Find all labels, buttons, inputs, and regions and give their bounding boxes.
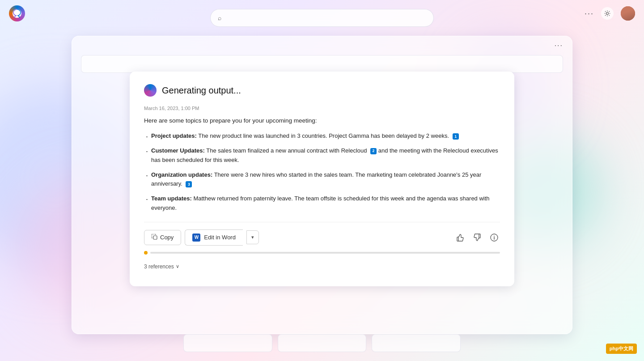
svg-point-1 [606,13,609,15]
suggestion-pill-2[interactable] [278,334,367,352]
copilot-logo-icon [9,5,25,21]
avatar[interactable] [621,6,635,21]
avatar-face [621,6,635,21]
bullet-label-2: Customer Updates: [151,147,205,154]
top-bar-right: ··· [585,6,635,21]
edit-word-dropdown-button[interactable]: ▾ [246,230,259,244]
reference-badge-1[interactable]: 1 [453,133,459,140]
copy-button[interactable]: Copy [144,230,181,245]
copilot-logo-card-icon [144,84,157,97]
content-card: Generating output... March 16, 2023, 1:0… [130,72,514,286]
bullet-text-2a: The sales team finalized a new annual co… [206,147,367,154]
copy-label: Copy [160,234,174,241]
progress-track [150,252,500,254]
intro-text: Here are some topics to prepare you for … [144,116,500,125]
bullet-text-4: Matthew returned from paternity leave. T… [151,195,490,211]
suggestion-pill-3[interactable] [372,334,461,352]
window-header: ··· [72,36,572,55]
suggestion-bar [183,334,461,352]
card-header: Generating output... [144,84,500,97]
references-label: 3 references [144,263,174,270]
list-item: Organization updates: There were 3 new h… [144,170,500,189]
svg-rect-2 [153,236,157,239]
thumbs-up-button[interactable] [454,232,466,243]
reference-badge-2[interactable]: 2 [370,148,377,154]
list-item: Customer Updates: The sales team finaliz… [144,146,500,165]
more-options-icon[interactable]: ··· [585,9,594,18]
references-bar[interactable]: 3 references ∨ [144,260,500,270]
timestamp: March 16, 2023, 1:00 PM [144,106,500,111]
progress-bar [144,251,500,255]
bullet-list: Project updates: The new product line wa… [144,132,500,213]
dropdown-chevron-icon: ▾ [251,234,254,240]
suggestion-pill-1[interactable] [183,334,272,352]
bullet-label-1: Project updates: [151,132,197,139]
copy-icon [152,234,157,241]
reference-badge-3[interactable]: 3 [186,181,192,187]
watermark: php中文网 [606,344,637,354]
info-button[interactable] [488,232,500,243]
window-more-icon[interactable]: ··· [555,42,563,50]
bullet-label-4: Team updates: [151,195,192,202]
action-bar-left: Copy W Edit in Word ▾ [144,229,259,246]
input-bar[interactable] [81,55,563,73]
edit-in-word-label: Edit in Word [204,234,236,241]
action-bar: Copy W Edit in Word ▾ [144,222,500,246]
search-icon: ⌕ [218,14,221,21]
thumbs-down-button[interactable] [471,232,483,243]
edit-in-word-button[interactable]: W Edit in Word [185,229,243,246]
bullet-label-3: Organization updates: [151,171,212,178]
settings-button[interactable] [601,7,614,20]
word-icon: W [192,234,200,242]
bullet-text-1: The new product line was launched in 3 c… [198,132,449,139]
progress-dot [144,251,148,255]
top-bar-left [9,5,25,21]
action-bar-right [454,232,500,243]
generating-status-text: Generating output... [162,85,241,96]
search-container: ⌕ [210,9,434,27]
list-item: Project updates: The new product line wa… [144,132,500,141]
search-bar[interactable]: ⌕ [210,9,434,27]
list-item: Team updates: Matthew returned from pate… [144,194,500,213]
references-chevron-icon: ∨ [176,263,179,269]
